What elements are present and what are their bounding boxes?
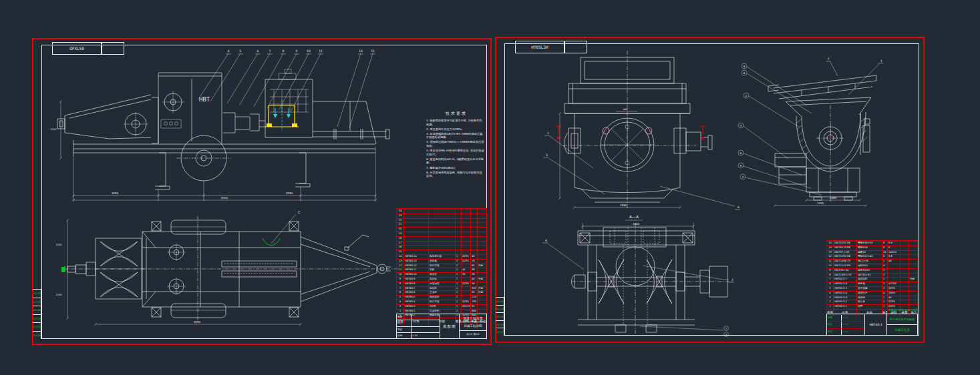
left-title-block: 制图设计审核比例1:10 装配图 混凝土输送泵 机械工程学院 共1张 第1张: [396, 314, 487, 339]
title-field-row: 设计: [397, 320, 440, 326]
title-field-row: 审核×××: [827, 328, 864, 335]
revision-strip-row: A3-02: [33, 298, 41, 306]
revision-strip-row: A3-03: [33, 306, 41, 314]
table-row: 2HBT60.2泵送机构1860: [397, 309, 486, 314]
revision-strip-label: A3-02: [496, 306, 504, 312]
table-row: 11HBT60.11车桥14538: [397, 268, 486, 272]
table-row: 12HBT60.12车轮总成265外购: [397, 264, 486, 268]
table-row: 20: [397, 227, 486, 232]
table-row: 7HBT60.3-7搅拌电机1外购: [827, 277, 917, 282]
note-line: 6. 泵送换向时间≤0.2s, S阀摆动灵活无卡滞现象;: [426, 157, 486, 165]
right-title-drawing-no: HBT60.3: [865, 314, 887, 335]
note-line: 2. 液压系统工作压力32MPa;: [426, 127, 486, 131]
left-sheet-label-text: GFXL50: [69, 47, 84, 51]
note-line: 3. 各连接螺栓按GB/T5781-1986的规定拧紧, 不得有松动现象;: [426, 132, 486, 139]
right-bom-green-note: 机械设计制造及其自动化: [867, 308, 918, 313]
right-bom-rows: 15GB/T5782-86螺栓M16×5088.8 14GB/T6170-86螺…: [827, 241, 917, 309]
table-row: 9HBT60.9电控柜140外购: [397, 277, 486, 282]
table-row: 21: [397, 222, 486, 227]
title-field-row: 校核×××: [827, 321, 864, 328]
revision-strip-label: A3-06: [33, 332, 41, 338]
title-field-row: 比例1:10: [397, 332, 440, 338]
table-row: 5HBT60.5搅拌装置1120: [397, 295, 486, 300]
revision-strip-label: A3-04: [33, 315, 41, 321]
revision-strip-label: A3-04: [496, 321, 504, 327]
table-row: 4HBT60.3-4搅拌叶片416Mn: [827, 291, 917, 296]
revision-strip-label: A3-05: [496, 328, 504, 334]
revision-strip-row: A3-05: [33, 322, 41, 331]
title-field-row: 审核: [397, 326, 440, 332]
note-line: 8. 外表面涂漆前应除锈, 漆膜均匀不得有流挂、起泡;: [426, 171, 486, 178]
revision-strip-label: A3-01: [496, 298, 504, 304]
right-green-sub: 机械工程系: [887, 324, 917, 335]
table-row: 8GB/T13871-92油封35×552: [827, 273, 917, 278]
sheet-count: 共1张 第1张: [460, 330, 486, 338]
right-bom-table: 15GB/T5782-86螺栓M16×5088.8 14GB/T6170-86螺…: [826, 240, 918, 314]
table-row: 23: [397, 214, 486, 218]
revision-strip-label: A3-03: [33, 306, 41, 312]
revision-strip-row: A3-01: [33, 289, 41, 298]
title-field-row: 制图×××: [827, 314, 864, 321]
table-row: 18: [397, 236, 486, 241]
revision-strip-row: A3-03: [496, 312, 504, 320]
note-line: 4. 润滑部位按JB/T8810.1-1998的规定加注润滑脂;: [426, 140, 486, 147]
table-row: 8HBT60.8液压油箱1Q23556: [397, 282, 486, 286]
table-row: 9GB/T297-84轴承302072: [827, 268, 917, 273]
table-row: 14GB/T6170-86螺母M1688: [827, 246, 917, 250]
right-title-block: 制图×××校核×××审核××× HBT60.3 料斗搅拌装置装配图 机械工程系: [826, 314, 918, 336]
revision-strip-label: A3-03: [496, 313, 504, 319]
project-name: 混凝土输送泵: [460, 314, 486, 322]
cad-model-space: 4 5 6 7 8 9 10 11 14 15: [0, 0, 980, 375]
left-bom-rows: 24 23 22 21 20 19 18 17 16 15 14HBT60.14…: [397, 209, 486, 318]
notes-title: 技术要求: [426, 111, 486, 117]
technical-notes: 技术要求 1. 装配前所有零件均应清洗干净, 不得有毛刺、铁屑;2. 液压系统工…: [426, 111, 486, 179]
table-row: 10GB/T1152-89油杯M104: [827, 264, 917, 268]
table-row: 6HBT60.3-6轴承座2HT200: [827, 282, 917, 286]
table-row: 17: [397, 241, 486, 246]
left-title-fields: 制图设计审核比例1:10: [397, 314, 440, 338]
left-sheet-label-ext: [102, 42, 124, 55]
table-row: 13HBT60.13后支腿2Q23518: [397, 259, 486, 264]
revision-strip-row: A3-05: [496, 328, 504, 336]
table-row: 3HBT60.3S管阀1ZG27095: [397, 304, 486, 309]
table-row: 16: [397, 245, 486, 250]
table-row: 7HBT60.7电动机1320外购: [397, 286, 486, 291]
revision-strip-label: A3-02: [33, 298, 41, 304]
table-row: 5HBT60.3-5密封压盖2Q235: [827, 286, 917, 291]
left-bom-table: 24 23 22 21 20 19 18 17 16 15 14HBT60.14…: [396, 208, 487, 314]
table-row: 24: [397, 209, 486, 214]
table-row: 19: [397, 232, 486, 236]
right-sheet-label-ext: [564, 41, 587, 53]
left-revision-strip: A3-01A3-02A3-03A3-04A3-05A3-06: [33, 289, 41, 339]
table-row: 10HBT60.10输送管12026: [397, 272, 486, 277]
note-line: 1. 装配前所有零件均应清洗干净, 不得有毛刺、铁屑;: [426, 119, 486, 126]
revision-strip-row: A3-02: [496, 305, 504, 313]
revision-strip-row: A3-06: [33, 331, 41, 340]
table-row: 15GB/T5782-86螺栓M16×5088.8: [827, 241, 917, 246]
table-row: 13GB/T97.1-85垫圈1616140HV: [827, 250, 917, 255]
right-title-fields: 制图×××校核×××审核×××: [827, 314, 865, 335]
right-green-title: 料斗搅拌装置装配图: [887, 314, 917, 324]
table-row: 4HBT60.4料斗总成1Q235180: [397, 300, 486, 304]
revision-strip-row: A3-01: [496, 297, 504, 305]
table-row: 2HBT60.3-2料斗体1Q235: [827, 300, 917, 304]
left-title-right: 混凝土输送泵 机械工程学院 共1张 第1张: [460, 314, 486, 338]
right-revision-strip: A3-01A3-02A3-03A3-04A3-05: [496, 297, 504, 336]
title-field-row: 制图: [397, 314, 440, 320]
table-row: 12GB/T5782-86螺栓M12×4068.8: [827, 254, 917, 259]
right-sheet-label: HT05L3H: [515, 41, 564, 53]
right-sheet-label-text: HT05L3H: [531, 45, 548, 49]
table-row: 14HBT60.14拖车牵引架1Q23545: [397, 254, 486, 259]
table-row: 3HBT60.3-3搅拌轴145: [827, 296, 917, 300]
table-row: 22: [397, 218, 486, 223]
revision-strip-row: A3-04: [496, 320, 504, 328]
revision-strip-row: A3-04: [33, 314, 41, 323]
notes-list: 1. 装配前所有零件均应清洗干净, 不得有毛刺、铁屑;2. 液压系统工作压力32…: [426, 119, 486, 178]
note-line: 7. 整机噪声≤85dB(A);: [426, 166, 486, 170]
revision-strip-label: A3-05: [33, 323, 41, 329]
note-line: 5. 液压油采用L-HM46抗磨液压油, 油温不得超过80℃;: [426, 149, 486, 156]
left-title-name: 装配图: [440, 314, 460, 338]
right-title-right: 料斗搅拌装置装配图 机械工程系: [887, 314, 917, 335]
table-row: 6HBT60.6主油泵185外购: [397, 290, 486, 295]
org-name: 机械工程学院: [460, 322, 486, 330]
